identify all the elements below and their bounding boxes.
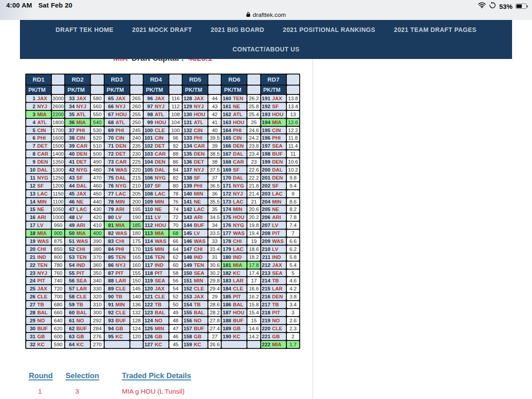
value-cell: 44: [208, 95, 221, 102]
lock-icon: [246, 11, 250, 19]
empty-pick-cell: [105, 341, 129, 348]
value-cell: 21.4: [247, 190, 260, 197]
pick-cell: 214TB: [261, 277, 286, 284]
value-cell: 60: [169, 262, 182, 269]
pick-number: 118: [144, 270, 153, 276]
pick-cell: 143ARI: [183, 214, 207, 221]
value-cell: 2.6: [287, 317, 299, 324]
value-cell: 92: [169, 142, 182, 149]
traded-header-selection[interactable]: Selection: [66, 372, 99, 380]
value-cell: 150: [130, 277, 143, 284]
value-cell: 17: [247, 277, 260, 284]
pick-number: 62: [65, 326, 74, 331]
pick-cell: 69PHI: [105, 127, 129, 134]
value-cell: 25.4: [247, 111, 260, 118]
pick-cell: 186BAL: [222, 301, 246, 308]
team-abbr: ATL: [233, 112, 243, 117]
value-cell: 1200: [52, 182, 64, 189]
value-cell: 430: [91, 206, 103, 213]
pick-number: 115: [144, 246, 153, 252]
nav-2021-team-draft-pages[interactable]: 2021 TEAM DRAFT PAGES: [394, 26, 476, 33]
team-abbr: ATL: [194, 120, 203, 125]
pick-cell: 93BUF: [105, 317, 129, 324]
nav-2021-mock-draft[interactable]: 2021 MOCK DRAFT: [132, 26, 192, 33]
pick-number: 163: [222, 120, 231, 125]
pick-cell: 218PIT: [261, 309, 286, 316]
pick-cell: 76NYG: [105, 182, 129, 189]
pick-cell: 13LAC: [26, 190, 51, 197]
team-abbr: JAX: [272, 96, 282, 101]
pick-cell: 79ARI: [105, 206, 129, 213]
pick-number: 68: [105, 120, 114, 125]
pick-cell: 200DAL: [261, 166, 286, 173]
pick-number: 191: [261, 96, 270, 101]
value-cell: 780: [52, 262, 64, 269]
pick-cell: 136DET: [183, 158, 207, 165]
value-cell: 380: [91, 246, 103, 253]
pick-cell: 219NO: [261, 317, 286, 324]
nav-2021-positional-rankings[interactable]: 2021 POSITIONAL RANKINGS: [283, 26, 376, 33]
value-cell: 950: [52, 222, 64, 229]
nav-draft-tek-home[interactable]: DRAFT TEK HOME: [55, 26, 113, 33]
pick-number: 192: [261, 104, 270, 109]
pick-number: 214: [261, 278, 270, 283]
pick-number: 145: [183, 231, 192, 236]
value-cell: 29: [208, 293, 221, 300]
value-cell: 370: [91, 254, 103, 261]
pick-number: 164: [222, 128, 231, 133]
pick-number: 201: [261, 175, 270, 180]
team-abbr: PIT: [76, 270, 84, 276]
pick-number: 74: [105, 167, 114, 172]
pick-cell: 90TB: [105, 293, 129, 300]
value-cell: 875: [52, 238, 64, 245]
team-abbr: DAL: [272, 167, 283, 172]
status-date: Sat Feb 20: [38, 1, 72, 9]
team-abbr: NO: [155, 318, 162, 323]
header-spacer-cell: [169, 86, 182, 94]
pick-cell: 73CAR: [105, 158, 129, 165]
pick-cell: 110NE: [144, 206, 168, 213]
team-abbr: CHI: [76, 246, 85, 252]
header-spacer-cell: [287, 86, 299, 94]
traded-picks-section: Round Selection Traded Pick Details 1 3 …: [0, 371, 315, 399]
value-cell: 15.4: [247, 309, 260, 316]
nav-contact-about-us[interactable]: CONTACT/ABOUT US: [233, 46, 300, 53]
value-cell: 35.5: [208, 198, 221, 205]
pick-number: 197: [261, 143, 270, 149]
team-abbr: BUF: [37, 326, 48, 331]
traded-header-round[interactable]: Round: [29, 372, 53, 380]
value-cell: 37: [208, 174, 221, 181]
value-cell: 510: [91, 142, 103, 149]
team-abbr: BAL: [233, 302, 243, 307]
round-header: RD4: [144, 74, 168, 85]
pick-number: 97: [144, 104, 153, 109]
team-abbr: BAL: [76, 310, 87, 315]
traded-header-details[interactable]: Traded Pick Details: [122, 372, 191, 380]
pick-cell: 197SEA: [261, 142, 286, 149]
pick-cell: 10DAL: [26, 166, 51, 173]
pick-cell: 184CLE: [222, 285, 246, 292]
team-abbr: CHI: [37, 246, 46, 252]
pick-number: 137: [183, 167, 192, 172]
pick-number: 65: [105, 96, 114, 101]
header-spacer-cell: [208, 86, 221, 94]
pick-number: 21: [26, 254, 35, 260]
value-cell: 30.6: [208, 262, 221, 269]
value-cell: 45: [169, 341, 182, 348]
value-cell: 9: [287, 190, 299, 197]
pick-number: 184: [222, 286, 231, 291]
team-abbr: LAR: [76, 286, 87, 291]
address-bar[interactable]: drafttek.com: [0, 10, 532, 20]
pick-cell: 162ATL: [222, 111, 246, 118]
pick-number: 38: [65, 135, 74, 141]
nav-2021-big-board[interactable]: 2021 BIG BOARD: [211, 26, 264, 33]
pick-cell: 59TB: [65, 301, 90, 308]
pick-cell: 158GB: [183, 333, 207, 340]
team-abbr: DAL: [116, 175, 126, 180]
pick-cell: 209WAS: [261, 238, 286, 245]
pick-cell: 144BUF: [183, 222, 207, 229]
team-abbr: NYJ: [37, 270, 47, 276]
pick-cell: 127KC: [144, 341, 168, 348]
value-cell: 3.8: [287, 293, 299, 300]
pick-cell: 70CIN: [105, 134, 129, 141]
